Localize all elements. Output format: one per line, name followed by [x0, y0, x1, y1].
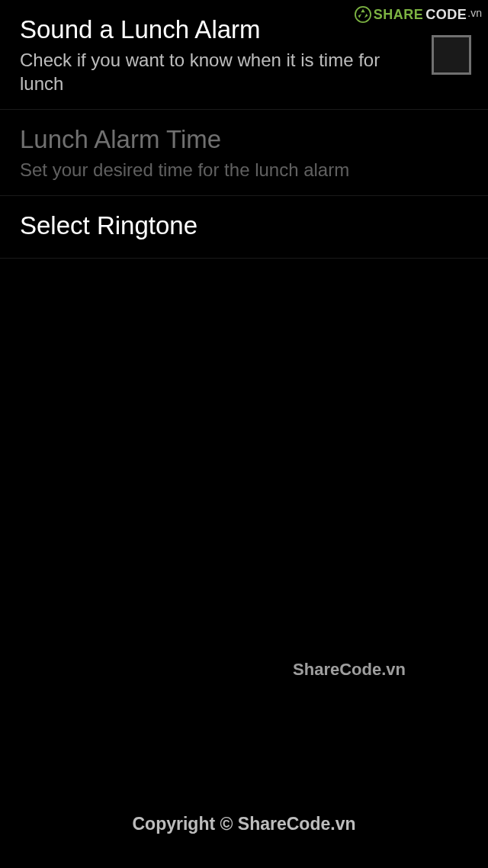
setting-text: Lunch Alarm Time Set your desired time f…	[20, 124, 468, 182]
logo-text-share: SHARE	[374, 7, 424, 23]
settings-list: Sound a Lunch Alarm Check if you want to…	[0, 0, 488, 259]
watermark-center: ShareCode.vn	[293, 660, 406, 680]
setting-text: Sound a Lunch Alarm Check if you want to…	[20, 14, 432, 95]
setting-title: Lunch Alarm Time	[20, 124, 456, 156]
sound-alarm-checkbox[interactable]	[432, 35, 471, 75]
setting-subtitle: Set your desired time for the lunch alar…	[20, 158, 456, 182]
recycle-icon	[355, 6, 371, 23]
setting-subtitle: Check if you want to know when it is tim…	[20, 48, 419, 95]
setting-alarm-time: Lunch Alarm Time Set your desired time f…	[0, 110, 488, 196]
setting-text: Select Ringtone	[20, 210, 468, 244]
logo-text-vn: .vn	[467, 7, 482, 19]
setting-title: Select Ringtone	[20, 210, 456, 243]
watermark-logo: SHARECODE.vn	[355, 6, 482, 23]
copyright-text: Copyright © ShareCode.vn	[0, 814, 488, 834]
logo-text-code: CODE	[425, 7, 467, 23]
setting-ringtone[interactable]: Select Ringtone	[0, 196, 488, 259]
